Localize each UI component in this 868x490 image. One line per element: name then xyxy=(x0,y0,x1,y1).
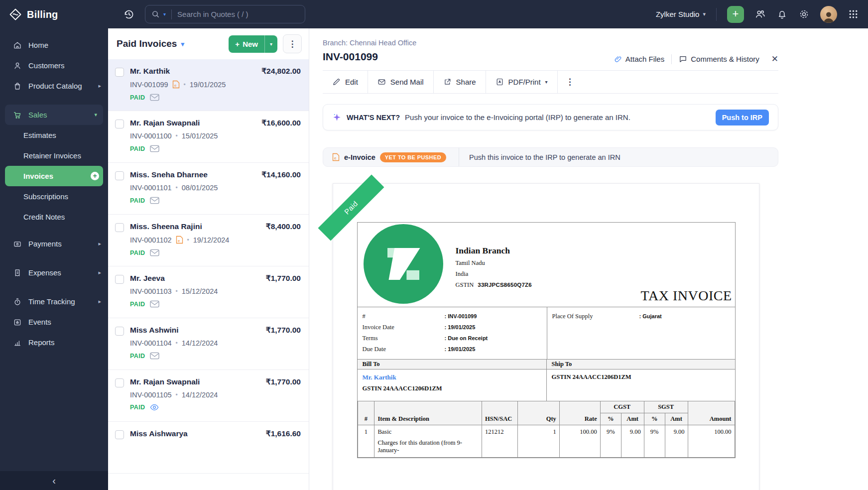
col-cgst-amt: Amt xyxy=(621,413,644,425)
dot-separator: • xyxy=(187,237,189,244)
row-checkbox[interactable] xyxy=(115,327,124,336)
sidebar-item-invoices[interactable]: Invoices + xyxy=(5,166,103,186)
row-checkbox[interactable] xyxy=(115,378,124,387)
invoice-row[interactable]: Miss Aishwarya₹1,616.60 xyxy=(108,422,309,474)
detail-toolbar: Edit Send Mail Share PDF/Print xyxy=(323,70,778,94)
status-badge: PAID xyxy=(130,197,145,204)
sidebar-collapse-button[interactable]: ‹ xyxy=(0,471,108,490)
list-more-button[interactable]: ⋮ xyxy=(283,34,302,53)
sidebar-item-subscriptions[interactable]: Subscriptions xyxy=(0,186,108,207)
sidebar-item-customers[interactable]: Customers xyxy=(0,55,108,76)
item-rate: 100.00 xyxy=(559,425,600,458)
comments-history-label: Comments & History xyxy=(691,55,759,63)
time-tracking-icon xyxy=(13,297,22,306)
org-switcher[interactable]: Zylker Studio ▾ xyxy=(656,10,706,18)
invoice-row[interactable]: Mr. Karthik₹24,802.00 INV-001099 e • 19/… xyxy=(108,59,309,111)
meta-label: # xyxy=(363,313,445,320)
status-badge: PAID xyxy=(130,353,145,360)
sidebar-item-sales[interactable]: Sales ▾ xyxy=(5,105,103,125)
invoice-row[interactable]: Miss. Sheena Rajini₹8,400.00 INV-0001102… xyxy=(108,215,309,266)
notifications-bell-icon[interactable] xyxy=(776,8,788,20)
row-checkbox[interactable] xyxy=(115,223,124,232)
invoice-row[interactable]: Miss Ashwini₹1,770.00 INV-0001104 • 14/1… xyxy=(108,318,309,370)
product-catalog-icon xyxy=(13,82,22,91)
header-divider xyxy=(671,54,672,64)
new-invoice-dropdown[interactable]: ▾ xyxy=(264,35,277,53)
pdf-print-button[interactable]: PDF/Print ▾ xyxy=(486,71,558,93)
dot-separator: • xyxy=(176,132,178,139)
sidebar-item-credit-notes[interactable]: Credit Notes xyxy=(0,207,108,227)
close-icon[interactable]: ✕ xyxy=(771,54,778,64)
search-input[interactable] xyxy=(177,10,277,18)
row-checkbox[interactable] xyxy=(115,68,124,77)
invoice-preview: Paid Indian Branch xyxy=(333,183,759,490)
users-icon[interactable] xyxy=(754,8,766,20)
invoice-date: 19/12/2024 xyxy=(193,236,230,244)
chevron-down-icon: ▾ xyxy=(703,11,706,17)
apps-grid-icon[interactable] xyxy=(848,8,859,20)
edit-button[interactable]: Edit xyxy=(323,71,368,93)
detail-more-button[interactable]: ⋮ xyxy=(558,71,582,93)
sidebar-item-home[interactable]: Home xyxy=(0,35,108,55)
expenses-icon xyxy=(13,268,22,277)
row-checkbox[interactable] xyxy=(115,430,124,439)
comments-history-button[interactable]: Comments & History xyxy=(679,55,759,63)
meta-label: Terms xyxy=(363,335,445,342)
billing-logo-icon xyxy=(9,8,22,21)
dot-separator: • xyxy=(176,391,178,398)
invoice-detail-panel: Branch: Chennai Head Office INV-001099 A… xyxy=(309,28,868,490)
item-hsn: 121212 xyxy=(482,425,518,458)
global-search[interactable]: ▾ xyxy=(145,5,305,23)
row-checkbox[interactable] xyxy=(115,120,124,128)
quick-create-button[interactable]: + xyxy=(727,6,744,23)
invoice-number: INV-0001104 xyxy=(130,339,172,347)
gstin-label: GSTIN xyxy=(456,281,474,289)
invoice-amount: ₹14,160.00 xyxy=(261,170,301,179)
topbar: ▾ Zylker Studio ▾ + xyxy=(108,0,868,28)
sidebar-item-time-tracking[interactable]: Time Tracking ▸ xyxy=(0,291,108,312)
dot-separator: • xyxy=(184,81,186,88)
gstin-value: 33RJPCS8650Q7Z6 xyxy=(478,282,531,288)
row-checkbox[interactable] xyxy=(115,171,124,180)
quick-add-invoice-icon[interactable]: + xyxy=(91,172,99,180)
send-mail-button[interactable]: Send Mail xyxy=(368,71,434,93)
sidebar-item-product-catalog[interactable]: Product Catalog ▸ xyxy=(0,76,108,96)
invoice-row[interactable]: Miss. Sneha Dharnee₹14,160.00 INV-000110… xyxy=(108,163,309,215)
sidebar-item-retainer-invoices[interactable]: Retainer Invoices xyxy=(0,145,108,166)
list-filter-dropdown[interactable]: Paid Invoices ▾ xyxy=(117,38,184,49)
edit-label: Edit xyxy=(345,78,358,86)
chevron-down-icon: ▾ xyxy=(181,40,184,48)
sidebar-item-label: Estimates xyxy=(23,131,56,139)
sidebar-item-payments[interactable]: Payments ▸ xyxy=(0,234,108,254)
sidebar-item-events[interactable]: Events xyxy=(0,312,108,332)
search-scope-chevron-icon[interactable]: ▾ xyxy=(163,11,166,17)
row-checkbox[interactable] xyxy=(115,275,124,284)
bill-to-customer-link[interactable]: Mr. Karthik xyxy=(363,373,541,381)
more-icon: ⋮ xyxy=(288,39,297,49)
search-icon xyxy=(151,10,160,18)
share-button[interactable]: Share xyxy=(434,71,486,93)
send-mail-label: Send Mail xyxy=(390,78,424,86)
sidebar-item-label: Expenses xyxy=(28,268,92,277)
new-invoice-button[interactable]: +New ▾ xyxy=(229,35,277,53)
invoice-row[interactable]: Mr. Rajan Swapnali₹1,770.00 INV-0001105 … xyxy=(108,370,309,422)
supply-value: : Gujarat xyxy=(639,313,662,319)
sidebar-item-expenses[interactable]: Expenses ▸ xyxy=(0,262,108,283)
customer-name: Mr. Karthik xyxy=(130,67,170,76)
comment-icon xyxy=(679,55,687,63)
invoice-number: INV-0001105 xyxy=(130,391,172,399)
home-icon xyxy=(13,41,22,50)
sidebar-item-reports[interactable]: Reports xyxy=(0,332,108,353)
col-rate: Rate xyxy=(559,401,600,425)
invoice-row[interactable]: Mr. Jeeva₹1,770.00 INV-0001103 • 15/12/2… xyxy=(108,266,309,318)
user-avatar[interactable] xyxy=(820,6,837,23)
customer-name: Miss. Sneha Dharnee xyxy=(130,170,208,179)
invoice-row[interactable]: Mr. Rajan Swapnali₹16,600.00 INV-0001100… xyxy=(108,111,309,163)
mail-sent-icon xyxy=(150,300,159,308)
push-to-irp-button[interactable]: Push to IRP xyxy=(716,110,769,125)
attach-files-button[interactable]: Attach Files xyxy=(614,55,664,63)
sidebar-item-estimates[interactable]: Estimates xyxy=(0,125,108,145)
recent-history-icon[interactable] xyxy=(123,8,135,20)
settings-gear-icon[interactable] xyxy=(798,8,810,20)
meta-value: : INV-001099 xyxy=(445,313,477,319)
